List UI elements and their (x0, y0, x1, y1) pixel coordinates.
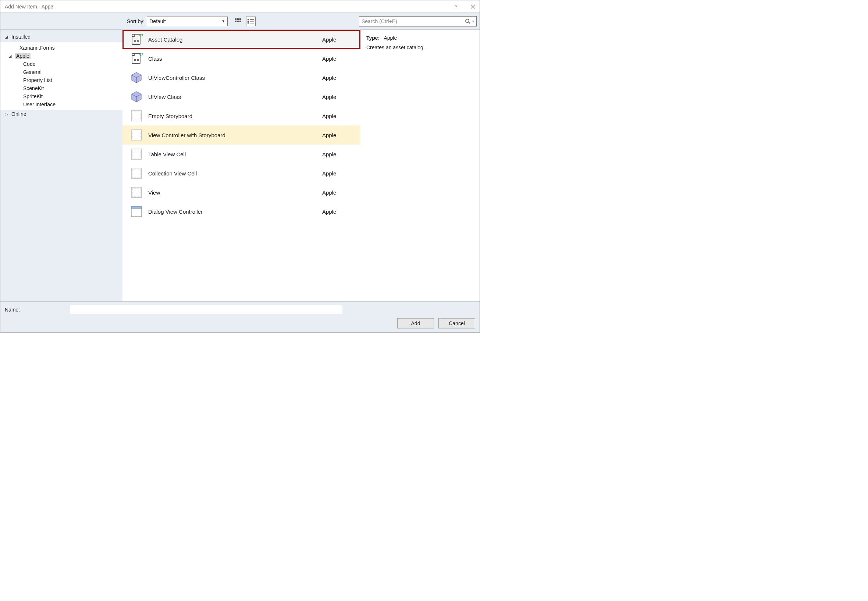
chevron-down-icon: ▼ (221, 19, 225, 23)
svg-text:C#: C# (139, 53, 143, 56)
svg-rect-10 (247, 23, 249, 24)
template-row[interactable]: UIViewController Class Apple (122, 68, 360, 87)
sort-by-dropdown[interactable]: Default ▼ (147, 17, 228, 26)
storyboard-icon (130, 148, 143, 160)
search-button[interactable]: ▾ (465, 18, 474, 24)
sidebar-item-user-interface[interactable]: User Interface (0, 101, 122, 108)
storyboard-icon (130, 129, 143, 141)
csharp-file-icon: C# (130, 52, 143, 65)
svg-rect-7 (250, 19, 254, 20)
template-name: Collection View Cell (145, 170, 322, 177)
sidebar-label: Online (11, 111, 26, 117)
template-name: View Controller with Storyboard (145, 132, 322, 138)
chevron-down-icon: ▾ (472, 20, 474, 23)
svg-line-13 (468, 22, 470, 24)
template-row[interactable]: Collection View Cell Apple (122, 164, 360, 183)
sidebar-item-spritekit[interactable]: SpriteKit (0, 92, 122, 101)
sidebar-item-label: Property List (23, 77, 52, 83)
view-medium-icons-button[interactable] (233, 17, 243, 26)
sidebar-node-online[interactable]: ▷ Online (0, 110, 122, 118)
collapse-icon: ◢ (5, 35, 9, 40)
sidebar-item-label: SceneKit (23, 85, 44, 91)
titlebar: Add New Item - App3 ? (0, 0, 480, 13)
template-row[interactable]: UIView Class Apple (122, 87, 360, 106)
svg-rect-33 (131, 206, 142, 209)
svg-rect-2 (240, 18, 241, 20)
name-input[interactable] (70, 305, 342, 314)
expand-icon: ▷ (5, 112, 9, 117)
template-name: View (145, 189, 322, 196)
template-name: UIView Class (145, 94, 322, 100)
svg-rect-24 (131, 130, 142, 140)
search-input[interactable] (362, 18, 465, 24)
template-row[interactable]: Empty Storyboard Apple (122, 106, 360, 125)
help-button[interactable]: ? (452, 4, 461, 9)
template-name: Asset Catalog (145, 37, 322, 43)
sidebar-item-label: User Interface (23, 102, 55, 107)
details-panel: Type: Apple Creates an asset catalog. (360, 30, 480, 301)
main-content: ◢ Installed Xamarin.Forms ◢ Apple Code G… (0, 30, 480, 301)
svg-rect-28 (131, 168, 142, 178)
svg-rect-8 (247, 21, 249, 22)
template-row[interactable]: C# Asset Catalog Apple (122, 30, 360, 49)
template-name: UIViewController Class (145, 75, 322, 81)
template-name: Dialog View Controller (145, 209, 322, 215)
template-category: Apple (322, 151, 352, 157)
details-type-label: Type: (366, 35, 380, 41)
search-box[interactable]: ▾ (359, 16, 477, 26)
details-type-value: Apple (384, 35, 397, 41)
svg-rect-16 (132, 53, 140, 64)
template-row[interactable]: Table View Cell Apple (122, 145, 360, 164)
template-name: Table View Cell (145, 151, 322, 157)
template-row[interactable]: View Controller with Storyboard Apple (122, 125, 360, 145)
sort-by-value: Default (149, 18, 166, 24)
cancel-button[interactable]: Cancel (438, 318, 475, 328)
close-icon (471, 5, 475, 9)
template-category: Apple (322, 55, 352, 62)
template-list: C# Asset Catalog Apple C# Class Apple UI… (122, 30, 360, 301)
add-button[interactable]: Add (397, 318, 434, 328)
template-category: Apple (322, 37, 352, 43)
svg-point-12 (465, 19, 469, 23)
csharp-file-icon: C# (130, 33, 143, 46)
details-type: Type: Apple (366, 35, 474, 41)
sidebar-item-label: Apple (15, 53, 31, 59)
sidebar-item-scenekit[interactable]: SceneKit (0, 84, 122, 92)
svg-rect-26 (131, 149, 142, 159)
sidebar-item-property-list[interactable]: Property List (0, 76, 122, 84)
svg-rect-4 (237, 21, 239, 22)
search-icon (465, 18, 471, 24)
footer: Name: Add Cancel (0, 301, 480, 332)
svg-rect-11 (250, 23, 254, 24)
svg-rect-5 (240, 21, 241, 22)
sidebar-item-code[interactable]: Code (0, 60, 122, 68)
sort-by-label: Sort by: (127, 18, 145, 24)
svg-rect-14 (132, 34, 140, 44)
svg-text:C#: C# (139, 34, 143, 37)
sidebar-item-general[interactable]: General (0, 68, 122, 76)
sidebar-item-apple[interactable]: ◢ Apple (0, 52, 122, 60)
sidebar-node-installed[interactable]: ◢ Installed (0, 33, 122, 41)
template-row[interactable]: Dialog View Controller Apple (122, 202, 360, 221)
sidebar-item-label: General (23, 69, 41, 75)
svg-rect-9 (250, 21, 254, 22)
view-small-icons-button[interactable] (246, 17, 256, 26)
details-description: Creates an asset catalog. (366, 44, 474, 50)
storyboard-icon (130, 167, 143, 180)
template-name: Class (145, 55, 322, 62)
collapse-icon: ◢ (8, 54, 13, 58)
template-category: Apple (322, 189, 352, 196)
sidebar-label: Installed (11, 34, 31, 40)
sidebar-item-xamarin-forms[interactable]: Xamarin.Forms (0, 44, 122, 52)
template-row[interactable]: C# Class Apple (122, 49, 360, 68)
svg-rect-0 (235, 18, 236, 20)
template-category: Apple (322, 132, 352, 138)
template-row[interactable]: View Apple (122, 183, 360, 202)
svg-rect-30 (131, 187, 142, 198)
template-category: Apple (322, 94, 352, 100)
svg-rect-1 (237, 18, 239, 20)
close-button[interactable] (468, 5, 477, 9)
template-category: Apple (322, 170, 352, 177)
storyboard-icon (130, 186, 143, 198)
svg-rect-22 (131, 111, 142, 121)
